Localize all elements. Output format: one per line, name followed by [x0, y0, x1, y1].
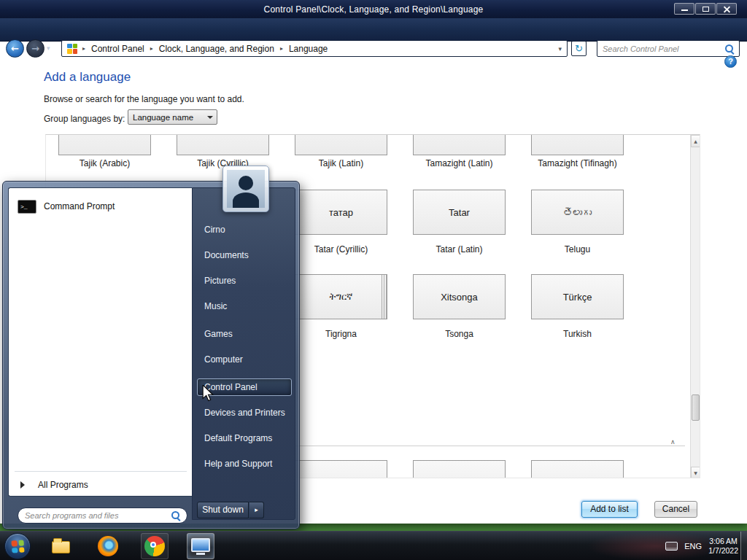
- start-menu-item-computer[interactable]: Computer: [197, 351, 292, 368]
- start-button[interactable]: [4, 533, 31, 559]
- add-to-list-button[interactable]: Add to list: [581, 501, 638, 518]
- page-subtitle: Browse or search for the language you wa…: [44, 94, 244, 104]
- mouse-cursor: [201, 385, 216, 405]
- breadcrumb-language[interactable]: Language: [287, 44, 330, 54]
- language-tile[interactable]: [295, 134, 387, 155]
- scroll-up-button[interactable]: ▲: [691, 135, 700, 147]
- taskbar-clock[interactable]: 3:06 AM 1/7/2022: [708, 537, 738, 556]
- scrollbar[interactable]: ▲ ▼: [690, 135, 700, 478]
- language-tile-label: Tajik (Latin): [282, 158, 400, 168]
- firefox-icon: [98, 536, 118, 556]
- taskbar-explorer-button[interactable]: [47, 533, 74, 559]
- language-tile[interactable]: తెలుగు: [531, 190, 624, 235]
- language-tile[interactable]: [531, 134, 624, 155]
- taskbar: ENG 3:06 AM 1/7/2022: [0, 531, 747, 560]
- window-title: Control Panel\Clock, Language, and Regio…: [264, 4, 484, 15]
- recent-pages-chevron-icon[interactable]: ▾: [47, 44, 50, 52]
- group-by-value: Language name: [128, 113, 207, 122]
- monitor-icon: [191, 538, 210, 552]
- crumb-separator-icon: ▸: [276, 45, 287, 52]
- breadcrumb-control-panel[interactable]: Control Panel: [89, 44, 147, 54]
- all-programs-label: All Programs: [38, 480, 88, 490]
- search-input[interactable]: [603, 44, 725, 53]
- start-menu-separator: [15, 471, 187, 472]
- language-tile-label: Telugu: [519, 244, 636, 254]
- language-tile-partial[interactable]: [295, 460, 387, 478]
- forward-button[interactable]: →: [26, 39, 44, 58]
- maximize-icon: [703, 7, 709, 12]
- cancel-button[interactable]: Cancel: [654, 501, 697, 518]
- scrollbar-thumb[interactable]: [692, 394, 700, 421]
- title-bar: Control Panel\Clock, Language, and Regio…: [0, 0, 747, 18]
- keyboard-layout-icon[interactable]: [665, 542, 678, 551]
- input-language-indicator[interactable]: ENG: [684, 542, 702, 551]
- search-icon[interactable]: [171, 511, 180, 520]
- language-tile-partial[interactable]: [413, 460, 506, 478]
- taskbar-chrome-button[interactable]: [141, 533, 169, 559]
- avatar-silhouette-icon: [227, 170, 265, 208]
- breadcrumb[interactable]: ▸ Control Panel ▸ Clock, Language, and R…: [61, 40, 568, 57]
- start-menu-right-panel: Cirno Documents Pictures Music Games Com…: [192, 187, 295, 520]
- start-menu-item-user[interactable]: Cirno: [197, 221, 292, 238]
- language-tile[interactable]: Tatar: [413, 190, 506, 235]
- language-tile-label: Tatar (Latin): [400, 244, 518, 254]
- refresh-button[interactable]: ↻: [571, 41, 587, 56]
- start-menu-item-pictures[interactable]: Pictures: [197, 272, 292, 289]
- desktop: Control Panel\Clock, Language, and Regio…: [0, 0, 747, 560]
- start-search-input[interactable]: [25, 511, 171, 520]
- all-programs-button[interactable]: All Programs: [12, 475, 187, 494]
- back-button[interactable]: ←: [6, 39, 24, 58]
- minimize-icon: [681, 9, 688, 11]
- minimize-button[interactable]: [674, 3, 694, 15]
- system-tray: ENG 3:06 AM 1/7/2022: [665, 532, 738, 560]
- start-menu-item-command-prompt[interactable]: >_ Command Prompt: [12, 194, 187, 219]
- shutdown-button[interactable]: Shut down: [197, 502, 249, 518]
- chevron-down-icon: [207, 116, 213, 119]
- language-tile-label: Tamazight (Tifinagh): [519, 158, 636, 168]
- breadcrumb-clock-language-region[interactable]: Clock, Language, and Region: [157, 44, 276, 54]
- start-menu-item-music[interactable]: Music: [197, 298, 292, 315]
- start-menu-item-devices-printers[interactable]: Devices and Printers: [197, 404, 292, 421]
- folder-icon: [52, 541, 70, 553]
- language-tile-label: Tigrigna: [282, 329, 400, 339]
- control-panel-icon: [67, 44, 77, 54]
- clock-date: 1/7/2022: [708, 546, 738, 556]
- start-menu-item-default-programs[interactable]: Default Programs: [197, 429, 292, 447]
- start-menu-item-games[interactable]: Games: [197, 325, 292, 343]
- search-icon[interactable]: [725, 44, 734, 53]
- user-avatar[interactable]: [222, 166, 269, 212]
- shutdown-options-button[interactable]: ▸: [249, 502, 264, 518]
- address-bar-row: ← → ▾ ▸ Control Panel ▸ Clock, Language,…: [0, 18, 747, 42]
- start-menu-item-documents[interactable]: Documents: [197, 246, 292, 264]
- show-desktop-button[interactable]: [740, 532, 747, 560]
- collapse-group-icon[interactable]: ∧: [670, 438, 676, 446]
- crumb-separator-icon: ▸: [79, 45, 89, 52]
- language-tile[interactable]: [58, 134, 151, 155]
- taskbar-firefox-button[interactable]: [94, 533, 122, 559]
- group-by-dropdown[interactable]: Language name: [128, 109, 217, 125]
- language-tile-label: Tsonga: [400, 329, 518, 339]
- language-tile[interactable]: Türkçe: [531, 274, 624, 319]
- windows-logo-icon: [11, 540, 24, 553]
- address-dropdown-icon[interactable]: ▾: [558, 45, 567, 52]
- language-tile[interactable]: татар: [295, 190, 387, 235]
- language-tile-partial[interactable]: [531, 460, 624, 478]
- taskbar-active-window-button[interactable]: [187, 533, 214, 559]
- language-tile[interactable]: Xitsonga: [413, 274, 506, 319]
- all-programs-arrow-icon: [20, 481, 25, 489]
- language-tile[interactable]: [413, 134, 506, 155]
- start-menu-item-help-support[interactable]: Help and Support: [197, 455, 292, 472]
- language-tile-label: Tajik (Arabic): [46, 158, 163, 168]
- language-tile-label: Tatar (Cyrillic): [282, 244, 400, 254]
- maximize-button[interactable]: [695, 3, 716, 15]
- scroll-down-button[interactable]: ▼: [691, 467, 700, 478]
- close-button[interactable]: [716, 3, 737, 15]
- start-menu: >_ Command Prompt All Programs Cirno Doc…: [2, 181, 300, 529]
- control-panel-search: [597, 40, 740, 57]
- help-button[interactable]: ?: [724, 55, 737, 68]
- start-menu-left-panel: >_ Command Prompt All Programs: [8, 187, 192, 497]
- language-tile[interactable]: ትግርኛ: [295, 274, 387, 319]
- clock-time: 3:06 AM: [708, 537, 738, 546]
- command-prompt-label: Command Prompt: [44, 201, 115, 211]
- language-tile[interactable]: [177, 134, 269, 155]
